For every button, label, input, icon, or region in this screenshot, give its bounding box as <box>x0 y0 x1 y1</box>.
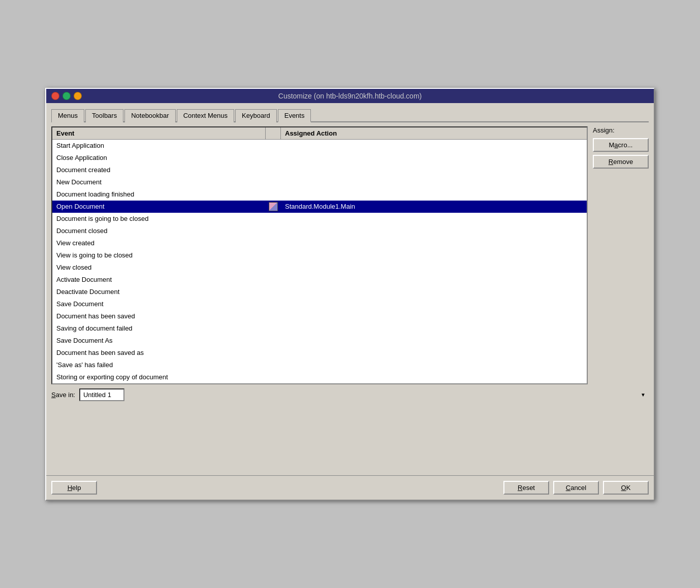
event-icon-cell <box>266 202 281 211</box>
table-row[interactable]: View is going to be closed <box>52 249 587 262</box>
event-name: Document loading finished <box>52 190 266 198</box>
main-content: Event Assigned Action Start ApplicationC… <box>51 126 649 384</box>
tab-menus[interactable]: Menus <box>51 109 84 122</box>
window-body: Menus Toolbars Notebookbar Context Menus… <box>46 103 654 471</box>
remove-button[interactable]: Remove <box>593 155 649 169</box>
event-name: Document has been saved as <box>52 349 266 356</box>
event-name: 'Save as' has failed <box>52 361 266 369</box>
event-list-wrapper: Start ApplicationClose ApplicationDocume… <box>52 140 587 383</box>
window-title: Customize (on htb-lds9n20kfh.htb-cloud.c… <box>278 92 422 100</box>
event-name: New Document <box>52 178 266 186</box>
table-header: Event Assigned Action <box>52 127 587 140</box>
ok-button-label: OK <box>621 484 631 492</box>
cancel-button-label: Cancel <box>566 484 586 492</box>
sidebar: Assign: Macro... Remove <box>593 126 649 384</box>
help-button-label: Help <box>68 484 81 492</box>
col-icon-header <box>266 127 281 139</box>
save-in-label: Save in: <box>51 391 75 399</box>
macro-button[interactable]: Macro... <box>593 138 649 152</box>
event-name: Close Application <box>52 154 266 161</box>
tab-bar: Menus Toolbars Notebookbar Context Menus… <box>51 108 649 122</box>
event-name: View closed <box>52 264 266 271</box>
title-bar: Customize (on htb-lds9n20kfh.htb-cloud.c… <box>46 89 654 103</box>
save-in-select[interactable]: Untitled 1 <box>79 388 124 401</box>
table-row[interactable]: Save Document <box>52 298 587 310</box>
remove-button-label: Remove <box>609 158 633 166</box>
event-list[interactable]: Start ApplicationClose ApplicationDocume… <box>52 140 587 383</box>
maximize-window-button[interactable] <box>74 92 82 100</box>
event-name: Document created <box>52 166 266 174</box>
event-name: Storing or exporting copy of document <box>52 373 266 381</box>
table-row[interactable]: Save Document As <box>52 335 587 347</box>
cancel-button[interactable]: Cancel <box>553 481 599 495</box>
close-window-button[interactable] <box>51 92 59 100</box>
macro-icon <box>269 202 278 211</box>
bottom-left: Help <box>51 481 97 495</box>
minimize-window-button[interactable] <box>62 92 71 100</box>
assign-label: Assign: <box>593 126 649 134</box>
col-action-header: Assigned Action <box>281 127 587 139</box>
table-row[interactable]: Storing or exporting copy of document <box>52 371 587 383</box>
table-row[interactable]: Document has been saved <box>52 310 587 322</box>
table-row[interactable]: Document created <box>52 164 587 176</box>
table-row[interactable]: Document is going to be closed <box>52 213 587 225</box>
tab-toolbars[interactable]: Toolbars <box>85 109 123 122</box>
col-event-header: Event <box>52 127 266 139</box>
tab-keyboard[interactable]: Keyboard <box>235 109 277 122</box>
tab-notebookbar[interactable]: Notebookbar <box>124 109 175 122</box>
table-row[interactable]: Document closed <box>52 225 587 237</box>
table-row[interactable]: Deactivate Document <box>52 286 587 298</box>
event-name: Activate Document <box>52 276 266 283</box>
event-table-container: Event Assigned Action Start ApplicationC… <box>51 126 588 384</box>
event-name: Save Document As <box>52 337 266 344</box>
ok-button[interactable]: OK <box>603 481 649 495</box>
event-name: Deactivate Document <box>52 288 266 296</box>
event-name: Saving of document failed <box>52 324 266 332</box>
event-action: Standard.Module1.Main <box>281 203 587 210</box>
table-row[interactable]: Close Application <box>52 152 587 164</box>
table-row[interactable]: 'Save as' has failed <box>52 359 587 371</box>
event-name: Document has been saved <box>52 312 266 320</box>
event-name: View created <box>52 239 266 247</box>
spacer <box>51 405 649 466</box>
table-row[interactable]: Document loading finished <box>52 188 587 201</box>
tab-events[interactable]: Events <box>278 109 311 122</box>
table-row[interactable]: Saving of document failed <box>52 322 587 335</box>
save-in-select-wrapper: Untitled 1 <box>79 388 649 401</box>
table-row[interactable]: Document has been saved as <box>52 347 587 359</box>
table-row[interactable]: Start Application <box>52 140 587 152</box>
event-name: Save Document <box>52 300 266 308</box>
table-row[interactable]: Open DocumentStandard.Module1.Main <box>52 201 587 213</box>
event-name: Document is going to be closed <box>52 215 266 222</box>
reset-button[interactable]: Reset <box>503 481 549 495</box>
main-window: Customize (on htb-lds9n20kfh.htb-cloud.c… <box>45 88 655 501</box>
event-name: Document closed <box>52 227 266 235</box>
reset-button-label: Reset <box>518 484 535 492</box>
table-row[interactable]: View created <box>52 237 587 249</box>
window-controls <box>51 92 82 100</box>
table-row[interactable]: View closed <box>52 262 587 274</box>
bottom-right: Reset Cancel OK <box>503 481 649 495</box>
bottom-bar: Help Reset Cancel OK <box>46 475 654 500</box>
help-button[interactable]: Help <box>51 481 97 495</box>
table-row[interactable]: New Document <box>52 176 587 188</box>
tab-context-menus[interactable]: Context Menus <box>177 109 234 122</box>
macro-button-label: Macro... <box>609 141 633 149</box>
save-in-row: Save in: Untitled 1 <box>51 388 649 401</box>
event-name: Start Application <box>52 142 266 149</box>
event-name: View is going to be closed <box>52 251 266 259</box>
table-row[interactable]: Activate Document <box>52 274 587 286</box>
event-name: Open Document <box>52 203 266 210</box>
